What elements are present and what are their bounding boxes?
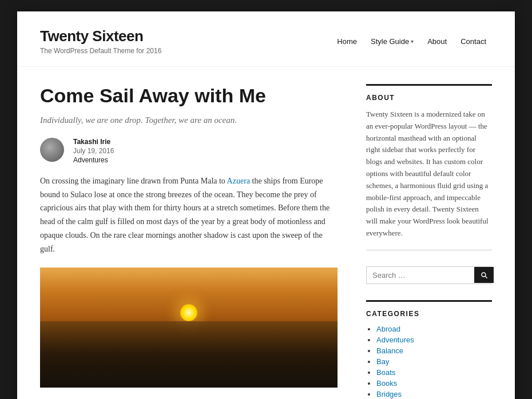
post-date: July 19, 2016 [73, 147, 114, 155]
nav-about[interactable]: About [422, 34, 452, 49]
categories-list: AbroadAdventuresBalanceBayBoatsBooksBrid… [366, 325, 492, 399]
sun-decoration [180, 304, 197, 321]
nav-style-guide[interactable]: Style Guide ▾ [365, 34, 419, 49]
nav-contact[interactable]: Contact [455, 34, 492, 49]
categories-divider [366, 300, 492, 302]
avatar-image [40, 138, 64, 162]
category-link[interactable]: Bridges [376, 390, 402, 398]
search-button[interactable] [474, 267, 494, 283]
post-author[interactable]: Takashi Irie [73, 138, 114, 146]
list-item: Adventures [376, 336, 492, 344]
category-link[interactable]: Bay [376, 357, 389, 366]
category-link[interactable]: Abroad [376, 325, 400, 333]
sidebar-categories-section: CATEGORIES AbroadAdventuresBalanceBayBoa… [366, 300, 492, 399]
avatar [40, 138, 64, 162]
post-meta-row: Takashi Irie July 19, 2016 Adventures [40, 138, 338, 164]
post-meta: Takashi Irie July 19, 2016 Adventures [73, 138, 114, 164]
site-title[interactable]: Twenty Sixteen [40, 27, 161, 45]
about-text: Twenty Sixteen is a modernized take on a… [366, 109, 492, 240]
list-item: Books [376, 379, 492, 388]
list-item: Abroad [376, 325, 492, 333]
chevron-down-icon: ▾ [411, 38, 414, 45]
main-content: Come Sail Away with Me Individually, we … [40, 84, 338, 399]
sidebar-search-section [366, 266, 492, 284]
site-wrapper: Twenty Sixteen The WordPress Default The… [17, 11, 515, 399]
search-icon [480, 271, 488, 279]
sidebar: ABOUT Twenty Sixteen is a modernized tak… [366, 84, 492, 399]
list-item: Bridges [376, 390, 492, 398]
list-item: Bay [376, 357, 492, 366]
site-branding: Twenty Sixteen The WordPress Default The… [40, 27, 161, 55]
category-link[interactable]: Boats [376, 368, 395, 377]
post-body: On crossing the imaginary line drawn fro… [40, 174, 338, 256]
about-divider-bottom [366, 250, 492, 250]
category-link[interactable]: Books [376, 379, 397, 388]
list-item: Boats [376, 368, 492, 377]
main-nav: Home Style Guide ▾ About Contact [331, 34, 492, 49]
category-link[interactable]: Adventures [376, 336, 414, 344]
category-link[interactable]: Balance [376, 346, 403, 355]
categories-heading: CATEGORIES [366, 310, 492, 318]
content-area: Come Sail Away with Me Individually, we … [17, 67, 515, 399]
post-tagline: Individually, we are one drop. Together,… [40, 115, 338, 125]
water-overlay [40, 321, 338, 388]
site-description: The WordPress Default Theme for 2016 [40, 47, 161, 55]
about-heading: ABOUT [366, 94, 492, 102]
nav-home[interactable]: Home [331, 34, 363, 49]
post-image [40, 268, 338, 388]
post-category[interactable]: Adventures [73, 156, 114, 164]
site-header: Twenty Sixteen The WordPress Default The… [17, 11, 515, 67]
sidebar-about-section: ABOUT Twenty Sixteen is a modernized tak… [366, 84, 492, 250]
list-item: Balance [376, 346, 492, 355]
about-divider [366, 84, 492, 86]
azuera-link[interactable]: Azuera [227, 177, 250, 185]
search-row [366, 266, 492, 284]
post-title: Come Sail Away with Me [40, 84, 338, 107]
search-input[interactable] [367, 267, 474, 284]
